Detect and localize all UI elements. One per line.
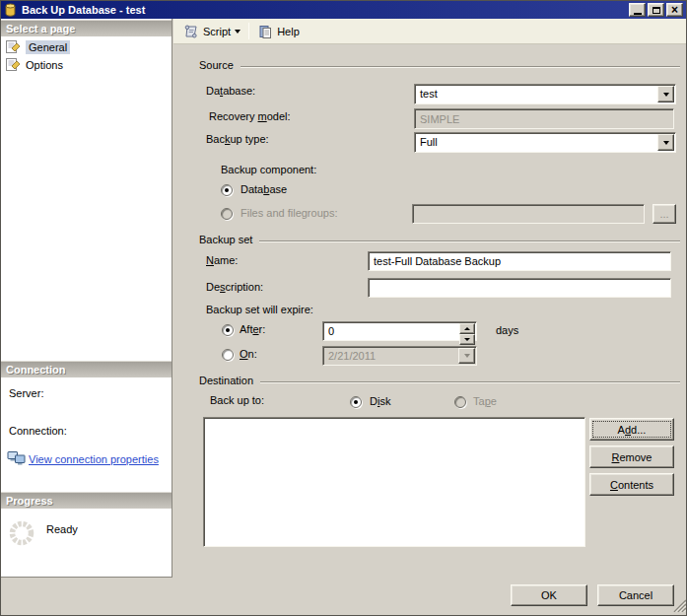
page-icon xyxy=(5,39,21,54)
backup-database-dialog: Back Up Database - test × Select a page … xyxy=(0,0,687,616)
database-combobox[interactable]: test xyxy=(414,84,676,104)
page-icon xyxy=(5,57,21,72)
database-label: Database: xyxy=(206,85,255,97)
computer-network-icon xyxy=(7,449,26,466)
resize-grip[interactable] xyxy=(672,598,686,612)
spinner-buttons xyxy=(459,323,475,339)
recovery-model-field xyxy=(414,108,674,129)
script-button[interactable]: Script xyxy=(179,22,244,41)
destination-list[interactable] xyxy=(203,417,585,547)
window-title: Back Up Database - test xyxy=(22,4,627,16)
select-page-header: Select a page xyxy=(1,20,172,36)
sidebar-item-label: Options xyxy=(26,59,63,71)
remove-button[interactable]: Remove xyxy=(589,445,674,468)
sidebar-item-label: General xyxy=(26,40,70,54)
expire-on-radio[interactable] xyxy=(222,349,234,361)
general-page-content: Source Database: test Recovery model: Ba… xyxy=(173,44,687,578)
files-filegroups-radio-label: Files and filegroups: xyxy=(240,207,337,219)
close-button[interactable]: × xyxy=(666,3,683,17)
source-group-header: Source xyxy=(199,59,680,71)
ok-button[interactable]: OK xyxy=(511,584,587,606)
group-divider xyxy=(259,240,680,241)
database-combobox-value: test xyxy=(420,88,438,100)
backup-set-group-header: Backup set xyxy=(199,234,680,245)
expire-after-radio-label[interactable]: After: xyxy=(240,323,265,335)
backup-type-dropdown-button[interactable] xyxy=(657,134,674,151)
destination-group-header: Destination xyxy=(199,375,680,386)
database-radio-label[interactable]: Database xyxy=(240,183,287,195)
name-field[interactable] xyxy=(368,251,671,271)
description-label: Description: xyxy=(206,281,263,293)
source-group-label: Source xyxy=(199,59,234,71)
progress-status: Ready xyxy=(46,523,78,535)
maximize-button[interactable] xyxy=(648,3,664,17)
dropdown-arrow-icon xyxy=(464,354,470,361)
spin-down-icon xyxy=(464,338,470,344)
files-filegroups-input xyxy=(414,206,643,222)
backup-set-group-label: Backup set xyxy=(199,234,252,245)
recovery-model-input xyxy=(416,110,672,127)
tape-radio-label: Tape xyxy=(473,395,497,407)
name-label: Name: xyxy=(206,254,238,266)
files-filegroups-radio xyxy=(221,208,233,220)
database-dropdown-button[interactable] xyxy=(657,86,674,103)
expire-after-spinner[interactable] xyxy=(322,321,477,341)
titlebar: Back Up Database - test × xyxy=(1,1,686,19)
group-divider xyxy=(260,381,680,382)
cancel-button[interactable]: Cancel xyxy=(597,584,674,606)
help-label: Help xyxy=(277,26,300,37)
backup-type-label: Backup type: xyxy=(206,133,269,145)
minimize-button[interactable] xyxy=(629,3,646,17)
contents-button[interactable]: Contents xyxy=(589,473,674,496)
chevron-down-icon xyxy=(235,30,240,36)
description-field[interactable] xyxy=(368,278,671,298)
maximize-icon xyxy=(653,7,660,14)
toolbar-separator xyxy=(248,23,249,39)
script-label: Script xyxy=(203,26,231,37)
expire-on-radio-label[interactable]: On: xyxy=(240,348,257,360)
sidebar-item-general[interactable]: General xyxy=(5,38,70,55)
spin-up-icon xyxy=(464,324,470,330)
help-book-icon xyxy=(257,24,273,39)
destination-group-label: Destination xyxy=(199,375,253,386)
connection-header: Connection xyxy=(1,361,172,377)
tape-radio xyxy=(454,396,466,408)
disk-radio-label[interactable]: Disk xyxy=(370,395,390,407)
server-label: Server: xyxy=(9,387,43,399)
add-button[interactable]: Add... xyxy=(589,418,674,441)
expire-after-input[interactable] xyxy=(324,323,459,339)
spin-up-button[interactable] xyxy=(459,323,475,334)
browse-button: ... xyxy=(653,204,676,224)
days-label: days xyxy=(496,324,518,336)
view-connection-properties-link[interactable]: View connection properties xyxy=(29,453,159,465)
name-input[interactable] xyxy=(370,253,669,269)
database-radio[interactable] xyxy=(221,184,233,196)
spin-down-button[interactable] xyxy=(459,334,475,345)
backup-type-combobox-value: Full xyxy=(420,136,438,148)
expire-on-date-value: 2/21/2011 xyxy=(328,350,376,362)
dropdown-arrow-icon xyxy=(663,93,669,100)
footer: OK Cancel xyxy=(1,578,687,616)
disk-radio[interactable] xyxy=(350,396,362,408)
recovery-model-label: Recovery model: xyxy=(209,110,291,122)
expire-on-date-combobox: 2/21/2011 xyxy=(322,346,477,366)
close-icon: × xyxy=(671,5,678,15)
help-button[interactable]: Help xyxy=(253,22,304,41)
files-filegroups-field xyxy=(412,204,645,224)
toolbar: Script Help xyxy=(173,19,686,44)
expire-label: Backup set will expire: xyxy=(206,304,313,315)
sidebar: Select a page General xyxy=(1,19,172,578)
script-scroll-icon xyxy=(183,24,199,39)
expire-after-radio[interactable] xyxy=(222,324,234,336)
progress-header: Progress xyxy=(1,492,172,509)
expire-on-dropdown-button xyxy=(458,348,475,364)
back-up-to-label: Back up to: xyxy=(210,394,264,406)
description-input[interactable] xyxy=(370,280,669,296)
sidebar-item-options[interactable]: Options xyxy=(5,56,63,73)
backup-type-combobox[interactable]: Full xyxy=(414,132,676,153)
backup-component-label: Backup component: xyxy=(221,164,316,175)
database-icon xyxy=(4,3,17,17)
minimize-icon xyxy=(634,13,642,15)
spinner-icon xyxy=(8,519,35,547)
group-divider xyxy=(240,66,680,67)
